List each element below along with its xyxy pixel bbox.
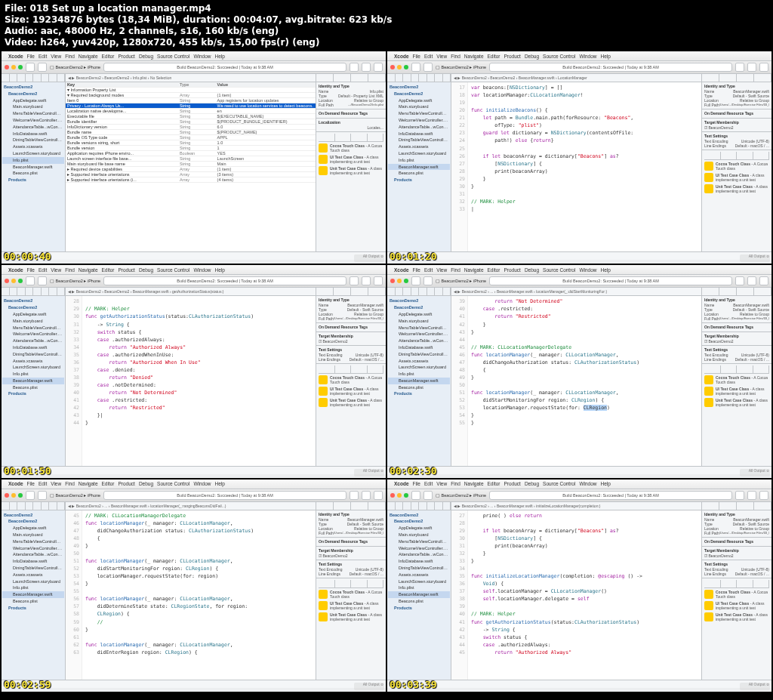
file-diningtableviewcontroller-s---[interactable]: DiningTableViewController.s... xyxy=(2,565,64,572)
run-button[interactable] xyxy=(26,491,35,500)
editor-mode-version[interactable] xyxy=(759,491,768,500)
menu-debug[interactable]: Debug xyxy=(139,54,153,59)
jump-bar[interactable]: ◀ ▶ BeaconDemo2 › ... › BeaconManager.sw… xyxy=(451,502,701,510)
menu-file[interactable]: File xyxy=(413,54,420,59)
file-beaconmanager-swift[interactable]: BeaconManager.swift xyxy=(2,378,64,384)
debug-bar[interactable]: Auto ≎ ⓘ All Output ≎ xyxy=(2,680,386,688)
jump-bar[interactable]: ◀ ▶ BeaconDemo2 › BeaconDemo2 › BeaconMa… xyxy=(66,288,316,296)
menu-product[interactable]: Product xyxy=(118,267,134,273)
file-welcomeviewcontroller-swi---[interactable]: WelcomeViewController.swi... xyxy=(2,117,64,124)
inspector-panel[interactable]: Identity and Type NameBeaconManager.swif… xyxy=(701,288,771,465)
file-tree[interactable]: BeaconDemo2BeaconDemo2AppDelegate.swiftM… xyxy=(387,510,451,613)
project-navigator[interactable]: BeaconDemo2BeaconDemo2AppDelegate.swiftM… xyxy=(2,288,66,465)
close-icon[interactable] xyxy=(5,493,9,498)
close-icon[interactable] xyxy=(390,65,395,69)
inspector-selector-bar[interactable] xyxy=(702,288,771,296)
lib-cocoa-touch-class[interactable]: Cocoa Touch Class - A Cocoa Touch class xyxy=(704,162,769,171)
editor-mode-assistant[interactable] xyxy=(362,63,371,72)
scheme-selector[interactable]: ▢ BeaconDemo2 ▸ iPhone xyxy=(50,65,100,69)
plist-row[interactable]: Localization native developme...Stringen xyxy=(66,109,316,114)
menu-window[interactable]: Window xyxy=(579,54,596,59)
project-navigator[interactable]: BeaconDemo2BeaconDemo2AppDelegate.swiftM… xyxy=(2,74,66,251)
menu-editor[interactable]: Editor xyxy=(102,481,115,486)
editor-area[interactable]: ◀ ▶ BeaconDemo2 › ... › BeaconManager.sw… xyxy=(451,288,701,465)
file-beacondemo2[interactable]: BeaconDemo2 xyxy=(388,518,450,525)
menu-edit[interactable]: Edit xyxy=(38,267,47,273)
navigator-selector-bar[interactable] xyxy=(387,74,451,82)
minimize-icon[interactable] xyxy=(11,493,16,498)
debug-bar[interactable]: Auto ≎ ⓘ All Output ≎ xyxy=(387,680,771,688)
inspector-selector-bar[interactable] xyxy=(316,74,386,82)
menu-product[interactable]: Product xyxy=(118,481,134,486)
zoom-icon[interactable] xyxy=(18,493,23,498)
file-beacondemo2[interactable]: BeaconDemo2 xyxy=(2,304,64,311)
xcode-toolbar[interactable]: ▢ BeaconDemo2 ▸ iPhone Build BeaconDemo2… xyxy=(2,275,386,288)
stop-button[interactable] xyxy=(38,491,47,500)
object-library[interactable]: Cocoa Touch Class - A Cocoa Touch class … xyxy=(702,150,771,251)
object-library[interactable]: Cocoa Touch Class - A Cocoa Touch class … xyxy=(316,578,386,680)
lib-ui-test-case[interactable]: UI Test Case Class - A class implementin… xyxy=(704,387,769,396)
file-infodatabase-swift[interactable]: InfoDatabase.swift xyxy=(2,344,64,351)
macos-menubar[interactable]: Xcode FileEditViewFindNavigateEditorProd… xyxy=(2,480,386,489)
project-navigator[interactable]: BeaconDemo2BeaconDemo2AppDelegate.swiftM… xyxy=(387,288,451,465)
file-beacons-plist[interactable]: Beacons.plist xyxy=(388,170,450,177)
navigator-selector-bar[interactable] xyxy=(2,74,65,82)
inspector-selector-bar[interactable] xyxy=(702,502,771,510)
file-main-storyboard[interactable]: Main.storyboard xyxy=(388,103,450,110)
navigator-selector-bar[interactable] xyxy=(387,288,451,296)
macos-menubar[interactable]: Xcode FileEditViewFindNavigateEditorProd… xyxy=(2,51,386,61)
file-welcomeviewcontroller-swi---[interactable]: WelcomeViewController.swi... xyxy=(388,545,450,552)
file-diningtableviewcontroller-s---[interactable]: DiningTableViewController.s... xyxy=(388,565,450,572)
file-beacons-plist[interactable]: Beacons.plist xyxy=(2,598,64,605)
file-menutableviewcontroller-sw---[interactable]: MenuTableViewController.sw... xyxy=(388,110,450,117)
menu-navigate[interactable]: Navigate xyxy=(79,481,98,486)
menu-find[interactable]: Find xyxy=(451,481,460,486)
xcode-toolbar[interactable]: ▢ BeaconDemo2 ▸ iPhone Build BeaconDemo2… xyxy=(387,489,771,502)
menu-view[interactable]: View xyxy=(51,481,61,486)
app-name[interactable]: Xcode xyxy=(394,54,409,59)
lib-cocoa-touch-class[interactable]: Cocoa Touch Class - A Cocoa Touch class xyxy=(704,375,769,384)
scheme-selector[interactable]: ▢ BeaconDemo2 ▸ iPhone xyxy=(436,65,486,69)
plist-row[interactable]: ▸ Supported interface orientationsArray(… xyxy=(66,172,316,177)
project-navigator[interactable]: BeaconDemo2BeaconDemo2AppDelegate.swiftM… xyxy=(387,74,451,251)
lib-cocoa-touch-class[interactable]: Cocoa Touch Class - A Cocoa Touch class xyxy=(704,590,769,599)
stop-button[interactable] xyxy=(423,276,433,285)
file-tree[interactable]: BeaconDemo2BeaconDemo2AppDelegate.swiftM… xyxy=(2,82,65,185)
scheme-selector[interactable]: ▢ BeaconDemo2 ▸ iPhone xyxy=(436,279,486,283)
lib-unit-test-case[interactable]: Unit Test Case Class - A class implement… xyxy=(704,612,769,621)
menu-source-control[interactable]: Source Control xyxy=(543,267,575,273)
editor-area[interactable]: ◀ ▶ BeaconDemo2 › BeaconDemo2 › BeaconMa… xyxy=(451,74,701,251)
plist-row[interactable]: Main storyboard file base nameStringMain xyxy=(66,162,316,167)
menu-edit[interactable]: Edit xyxy=(424,267,433,273)
file-welcomeviewcontroller-swi---[interactable]: WelcomeViewController.swi... xyxy=(2,331,64,338)
menu-find[interactable]: Find xyxy=(451,54,460,59)
file-info-plist[interactable]: Info.plist xyxy=(388,371,450,378)
close-icon[interactable] xyxy=(5,279,9,283)
xcode-toolbar[interactable]: ▢ BeaconDemo2 ▸ iPhone Build BeaconDemo2… xyxy=(387,275,771,288)
plist-row[interactable]: ▸ Supported interface orientations (i...… xyxy=(66,177,316,183)
run-button[interactable] xyxy=(26,63,35,72)
file-beacondemo2[interactable]: BeaconDemo2 xyxy=(388,91,450,97)
menu-navigate[interactable]: Navigate xyxy=(464,54,484,59)
menu-file[interactable]: File xyxy=(413,481,420,486)
file-infodatabase-swift[interactable]: InfoDatabase.swift xyxy=(388,344,450,351)
close-icon[interactable] xyxy=(390,493,395,498)
file-beaconmanager-swift[interactable]: BeaconManager.swift xyxy=(388,591,450,598)
menu-navigate[interactable]: Navigate xyxy=(464,267,484,273)
run-button[interactable] xyxy=(411,63,420,72)
file-launchscreen-storyboard[interactable]: LaunchScreen.storyboard xyxy=(388,578,450,585)
lib-cocoa-touch-class[interactable]: Cocoa Touch Class - A Cocoa Touch class xyxy=(319,143,383,153)
file-infodatabase-swift[interactable]: InfoDatabase.swift xyxy=(388,558,450,565)
run-button[interactable] xyxy=(411,276,420,285)
plist-row[interactable]: Bundle OS Type codeStringAPPL xyxy=(66,135,316,140)
app-name[interactable]: Xcode xyxy=(394,267,409,273)
file-beacondemo2[interactable]: BeaconDemo2 xyxy=(2,84,64,91)
file-assets-xcassets[interactable]: Assets.xcassets xyxy=(2,358,64,365)
jump-bar[interactable]: ◀ ▶ BeaconDemo2 › BeaconDemo2 › BeaconMa… xyxy=(451,74,701,82)
file-attendancetable---wcontrolle---[interactable]: AttendanceTable...wControlle... xyxy=(2,124,64,131)
menu-help[interactable]: Help xyxy=(215,267,225,273)
file-menutableviewcontroller-sw---[interactable]: MenuTableViewController.sw... xyxy=(2,110,64,117)
plist-row[interactable]: ▸ Required device capabilitiesArray(1 it… xyxy=(66,167,316,172)
project-navigator[interactable]: BeaconDemo2BeaconDemo2AppDelegate.swiftM… xyxy=(2,502,66,680)
source-code[interactable]: prine( ) else return if let beaconArray … xyxy=(468,510,701,680)
